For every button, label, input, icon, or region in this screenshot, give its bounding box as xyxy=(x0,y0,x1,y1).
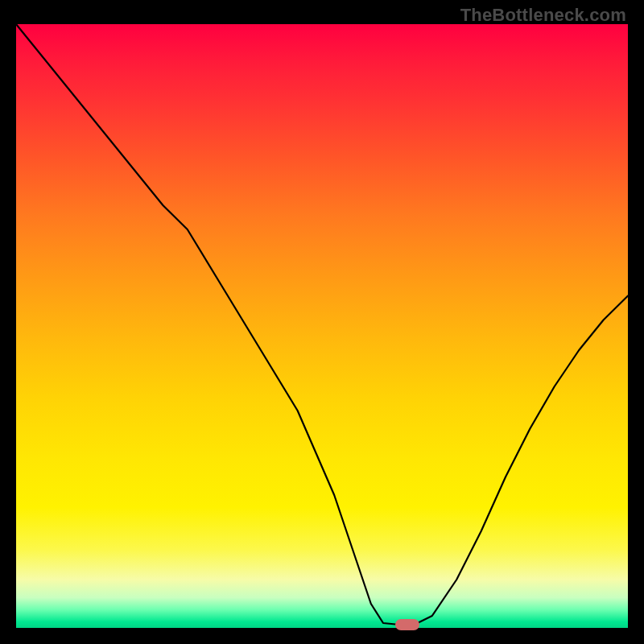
optimum-marker xyxy=(395,619,419,630)
curve-layer xyxy=(16,24,628,628)
watermark-text: TheBottleneck.com xyxy=(460,5,626,26)
chart-frame: TheBottleneck.com xyxy=(0,0,644,644)
bottleneck-curve xyxy=(16,24,628,625)
plot-area xyxy=(16,24,628,628)
